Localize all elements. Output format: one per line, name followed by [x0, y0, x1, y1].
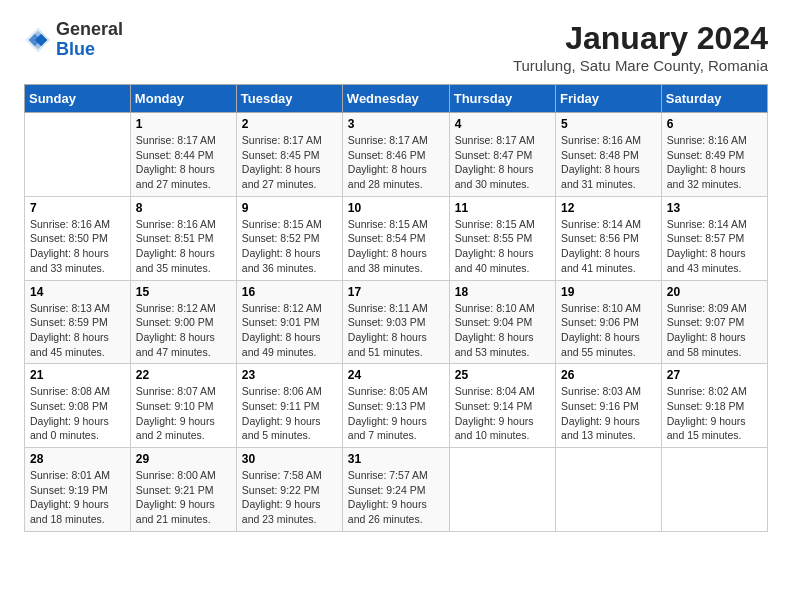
weekday-header-thursday: Thursday	[449, 85, 555, 113]
day-number: 28	[30, 452, 125, 466]
day-number: 9	[242, 201, 337, 215]
day-number: 4	[455, 117, 550, 131]
day-detail: Sunrise: 7:57 AM Sunset: 9:24 PM Dayligh…	[348, 469, 428, 525]
week-row-2: 7Sunrise: 8:16 AM Sunset: 8:50 PM Daylig…	[25, 196, 768, 280]
calendar-cell: 13Sunrise: 8:14 AM Sunset: 8:57 PM Dayli…	[661, 196, 767, 280]
day-detail: Sunrise: 8:02 AM Sunset: 9:18 PM Dayligh…	[667, 385, 747, 441]
day-number: 2	[242, 117, 337, 131]
weekday-header-saturday: Saturday	[661, 85, 767, 113]
day-detail: Sunrise: 8:06 AM Sunset: 9:11 PM Dayligh…	[242, 385, 322, 441]
day-number: 3	[348, 117, 444, 131]
day-detail: Sunrise: 8:16 AM Sunset: 8:51 PM Dayligh…	[136, 218, 216, 274]
day-number: 26	[561, 368, 656, 382]
calendar-cell: 15Sunrise: 8:12 AM Sunset: 9:00 PM Dayli…	[130, 280, 236, 364]
weekday-header-tuesday: Tuesday	[236, 85, 342, 113]
calendar-table: SundayMondayTuesdayWednesdayThursdayFrid…	[24, 84, 768, 532]
day-number: 10	[348, 201, 444, 215]
calendar-header: SundayMondayTuesdayWednesdayThursdayFrid…	[25, 85, 768, 113]
month-title: January 2024	[513, 20, 768, 57]
calendar-cell: 26Sunrise: 8:03 AM Sunset: 9:16 PM Dayli…	[556, 364, 662, 448]
calendar-cell: 10Sunrise: 8:15 AM Sunset: 8:54 PM Dayli…	[342, 196, 449, 280]
calendar-cell: 22Sunrise: 8:07 AM Sunset: 9:10 PM Dayli…	[130, 364, 236, 448]
week-row-3: 14Sunrise: 8:13 AM Sunset: 8:59 PM Dayli…	[25, 280, 768, 364]
day-number: 6	[667, 117, 762, 131]
day-detail: Sunrise: 8:01 AM Sunset: 9:19 PM Dayligh…	[30, 469, 110, 525]
day-number: 29	[136, 452, 231, 466]
calendar-cell: 19Sunrise: 8:10 AM Sunset: 9:06 PM Dayli…	[556, 280, 662, 364]
day-detail: Sunrise: 8:14 AM Sunset: 8:56 PM Dayligh…	[561, 218, 641, 274]
calendar-cell: 14Sunrise: 8:13 AM Sunset: 8:59 PM Dayli…	[25, 280, 131, 364]
day-number: 13	[667, 201, 762, 215]
calendar-cell: 8Sunrise: 8:16 AM Sunset: 8:51 PM Daylig…	[130, 196, 236, 280]
day-number: 19	[561, 285, 656, 299]
calendar-cell: 29Sunrise: 8:00 AM Sunset: 9:21 PM Dayli…	[130, 448, 236, 532]
calendar-cell: 1Sunrise: 8:17 AM Sunset: 8:44 PM Daylig…	[130, 113, 236, 197]
day-detail: Sunrise: 8:17 AM Sunset: 8:46 PM Dayligh…	[348, 134, 428, 190]
calendar-cell: 3Sunrise: 8:17 AM Sunset: 8:46 PM Daylig…	[342, 113, 449, 197]
weekday-header-wednesday: Wednesday	[342, 85, 449, 113]
day-detail: Sunrise: 7:58 AM Sunset: 9:22 PM Dayligh…	[242, 469, 322, 525]
weekday-header-monday: Monday	[130, 85, 236, 113]
day-number: 25	[455, 368, 550, 382]
calendar-cell: 7Sunrise: 8:16 AM Sunset: 8:50 PM Daylig…	[25, 196, 131, 280]
day-detail: Sunrise: 8:10 AM Sunset: 9:04 PM Dayligh…	[455, 302, 535, 358]
day-number: 24	[348, 368, 444, 382]
calendar-cell	[25, 113, 131, 197]
day-detail: Sunrise: 8:09 AM Sunset: 9:07 PM Dayligh…	[667, 302, 747, 358]
calendar-cell: 4Sunrise: 8:17 AM Sunset: 8:47 PM Daylig…	[449, 113, 555, 197]
day-number: 21	[30, 368, 125, 382]
day-detail: Sunrise: 8:16 AM Sunset: 8:48 PM Dayligh…	[561, 134, 641, 190]
day-detail: Sunrise: 8:11 AM Sunset: 9:03 PM Dayligh…	[348, 302, 428, 358]
day-detail: Sunrise: 8:05 AM Sunset: 9:13 PM Dayligh…	[348, 385, 428, 441]
calendar-cell: 25Sunrise: 8:04 AM Sunset: 9:14 PM Dayli…	[449, 364, 555, 448]
day-detail: Sunrise: 8:15 AM Sunset: 8:54 PM Dayligh…	[348, 218, 428, 274]
calendar-body: 1Sunrise: 8:17 AM Sunset: 8:44 PM Daylig…	[25, 113, 768, 532]
calendar-cell: 16Sunrise: 8:12 AM Sunset: 9:01 PM Dayli…	[236, 280, 342, 364]
calendar-cell: 5Sunrise: 8:16 AM Sunset: 8:48 PM Daylig…	[556, 113, 662, 197]
weekday-header-friday: Friday	[556, 85, 662, 113]
day-detail: Sunrise: 8:04 AM Sunset: 9:14 PM Dayligh…	[455, 385, 535, 441]
day-detail: Sunrise: 8:10 AM Sunset: 9:06 PM Dayligh…	[561, 302, 641, 358]
day-detail: Sunrise: 8:15 AM Sunset: 8:55 PM Dayligh…	[455, 218, 535, 274]
calendar-cell: 17Sunrise: 8:11 AM Sunset: 9:03 PM Dayli…	[342, 280, 449, 364]
header: General Blue January 2024 Turulung, Satu…	[24, 20, 768, 74]
calendar-cell: 27Sunrise: 8:02 AM Sunset: 9:18 PM Dayli…	[661, 364, 767, 448]
day-number: 8	[136, 201, 231, 215]
day-number: 17	[348, 285, 444, 299]
calendar-cell: 12Sunrise: 8:14 AM Sunset: 8:56 PM Dayli…	[556, 196, 662, 280]
week-row-1: 1Sunrise: 8:17 AM Sunset: 8:44 PM Daylig…	[25, 113, 768, 197]
calendar-cell: 31Sunrise: 7:57 AM Sunset: 9:24 PM Dayli…	[342, 448, 449, 532]
calendar-cell: 18Sunrise: 8:10 AM Sunset: 9:04 PM Dayli…	[449, 280, 555, 364]
day-detail: Sunrise: 8:16 AM Sunset: 8:50 PM Dayligh…	[30, 218, 110, 274]
day-number: 23	[242, 368, 337, 382]
week-row-4: 21Sunrise: 8:08 AM Sunset: 9:08 PM Dayli…	[25, 364, 768, 448]
day-number: 31	[348, 452, 444, 466]
day-number: 18	[455, 285, 550, 299]
logo-icon	[24, 26, 52, 54]
day-detail: Sunrise: 8:12 AM Sunset: 9:01 PM Dayligh…	[242, 302, 322, 358]
day-detail: Sunrise: 8:17 AM Sunset: 8:47 PM Dayligh…	[455, 134, 535, 190]
day-number: 11	[455, 201, 550, 215]
day-number: 14	[30, 285, 125, 299]
day-number: 30	[242, 452, 337, 466]
day-number: 27	[667, 368, 762, 382]
day-detail: Sunrise: 8:15 AM Sunset: 8:52 PM Dayligh…	[242, 218, 322, 274]
calendar-cell: 20Sunrise: 8:09 AM Sunset: 9:07 PM Dayli…	[661, 280, 767, 364]
calendar-cell	[556, 448, 662, 532]
calendar-cell: 21Sunrise: 8:08 AM Sunset: 9:08 PM Dayli…	[25, 364, 131, 448]
location-title: Turulung, Satu Mare County, Romania	[513, 57, 768, 74]
day-number: 12	[561, 201, 656, 215]
day-number: 7	[30, 201, 125, 215]
calendar-cell: 24Sunrise: 8:05 AM Sunset: 9:13 PM Dayli…	[342, 364, 449, 448]
week-row-5: 28Sunrise: 8:01 AM Sunset: 9:19 PM Dayli…	[25, 448, 768, 532]
day-detail: Sunrise: 8:03 AM Sunset: 9:16 PM Dayligh…	[561, 385, 641, 441]
calendar-cell: 30Sunrise: 7:58 AM Sunset: 9:22 PM Dayli…	[236, 448, 342, 532]
logo-general-text: General	[56, 19, 123, 39]
logo: General Blue	[24, 20, 123, 60]
calendar-cell: 23Sunrise: 8:06 AM Sunset: 9:11 PM Dayli…	[236, 364, 342, 448]
day-number: 1	[136, 117, 231, 131]
calendar-cell: 6Sunrise: 8:16 AM Sunset: 8:49 PM Daylig…	[661, 113, 767, 197]
day-number: 22	[136, 368, 231, 382]
title-area: January 2024 Turulung, Satu Mare County,…	[513, 20, 768, 74]
day-number: 5	[561, 117, 656, 131]
